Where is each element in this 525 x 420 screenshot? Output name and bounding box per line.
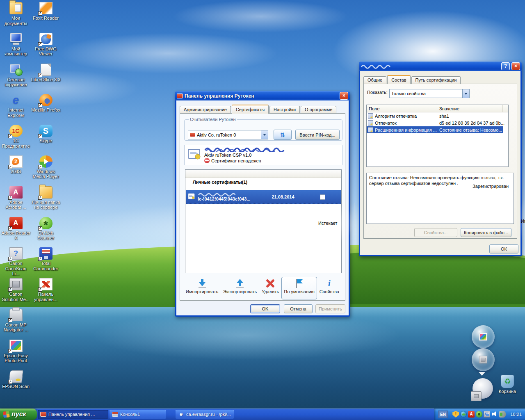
desktop-icon-internet-explorer[interactable]: Internet Explorer (1, 94, 31, 124)
desktop-icon-label: EPSON Scan (2, 384, 30, 389)
properties-table[interactable]: Поле Значение Алгоритм отпечатка sha1 От… (366, 105, 509, 167)
tab-administration[interactable]: Администрирование (180, 106, 231, 113)
windows-media-player-icon: ↗ (39, 155, 53, 168)
desktop-icon-canon-canoscan[interactable]: ↗Canon CanoScan Li... (1, 247, 31, 278)
column-header-field[interactable]: Поле (367, 105, 437, 112)
import-icon (197, 278, 208, 289)
tab-settings[interactable]: Настройки (269, 106, 300, 113)
field-value: Состояние отзыва: Невозмо... (437, 128, 503, 132)
desktop-icon-label: Личная папка на сервере (31, 200, 61, 210)
ok-button[interactable]: OK (250, 304, 280, 313)
desktop-icon-skype[interactable]: ↗Skype (31, 124, 61, 155)
desktop-icon-foxit-reader[interactable]: ↗Foxit Reader (31, 2, 61, 32)
desktop-icon-adobe-acrobat[interactable]: ↗Adobe Acrobat ... (1, 186, 31, 217)
desktop-icon-drweb-scanner[interactable]: ↗Dr.Web Scanner (31, 217, 61, 247)
drweb-icon[interactable] (476, 411, 482, 418)
certificate-tabs: Общие Состав Путь сертификации (363, 75, 461, 84)
ok-button[interactable]: ОК (489, 244, 518, 253)
desktop-icon-epson-easy-photo-print[interactable]: ↗Epson Easy Photo Print (1, 339, 31, 370)
taskbar-item-console[interactable]: Консоль1 (110, 410, 166, 419)
field-icon (368, 120, 373, 126)
certificate-info-panel: Aktiv ruToken CSP v1.0 Сертификат ненаде… (184, 145, 342, 165)
delete-button[interactable]: Удалить (259, 277, 281, 299)
desktop-icon-epson-scan[interactable]: ↗EPSON Scan (1, 370, 31, 401)
column-header-value[interactable]: Значение (437, 105, 503, 112)
desktop-icon-rutoken-panel-shortcut[interactable]: ↗Панель управлен... (31, 278, 61, 308)
desktop-icon-canon-solution-menu[interactable]: ↗Canon Solution Me... (1, 278, 31, 308)
recycle-bin[interactable]: ♻ Корзина (494, 375, 520, 394)
refresh-readers-button[interactable]: ⇅ (274, 130, 292, 140)
desktop-icon-mozilla-firefox[interactable]: ↗Mozilla Firefox (31, 94, 61, 124)
certificate-titlebar[interactable]: ? × (359, 62, 522, 71)
import-button[interactable]: Импортировать (183, 277, 221, 299)
desktop-icon-total-commander[interactable]: ↗Total Commander (31, 247, 61, 278)
default-button[interactable]: По умолчанию (281, 277, 317, 299)
certificate-row-icon (188, 193, 195, 201)
desktop-icon-windows-media-player[interactable]: ↗Windows Media Player (31, 155, 61, 186)
desktop-icon-canon-mp-navigator[interactable]: ↗Canon MP Navigator ... (1, 308, 31, 339)
tab-certification-path[interactable]: Путь сертификации (411, 76, 461, 84)
desktop-icon-adobe-reader-x[interactable]: ↗Adobe Reader X (1, 217, 31, 247)
dock-bubble-photo[interactable] (472, 325, 495, 348)
window-title: Панель управления Рутокен (185, 93, 338, 99)
rutoken-app-icon (40, 412, 46, 417)
enter-pin-button[interactable]: Ввести PIN-код... (295, 130, 340, 140)
security-alert-icon[interactable] (452, 411, 459, 418)
dock-chip-badge-icon[interactable] (471, 391, 482, 401)
close-button[interactable]: × (511, 62, 520, 70)
adobe-acrobat-icon: ↗ (9, 186, 23, 199)
apply-button[interactable]: Применить (315, 304, 345, 313)
desktop-icon-my-documents[interactable]: Мои документы (1, 2, 31, 32)
desktop-icon-libreoffice[interactable]: ↗LibreOffice 3.3 (31, 63, 61, 94)
dock-bubble-solution-menu[interactable] (472, 348, 495, 371)
tab-details[interactable]: Состав (387, 75, 410, 84)
certificates-list[interactable]: Имя Истекает Зарегистрирован Личные серт… (185, 169, 342, 273)
properties-button[interactable]: i Свойства (317, 277, 342, 299)
taskbar-clock[interactable]: 18:21 (510, 412, 522, 417)
registered-checkbox[interactable] (320, 194, 325, 200)
column-header-name[interactable]: Имя (518, 180, 525, 262)
desktop-icon-free-dwg-viewer[interactable]: ↗Free DWG Viewer (31, 32, 61, 63)
tab-general[interactable]: Общие (363, 76, 386, 84)
tab-certificates[interactable]: Сертификаты (232, 105, 269, 114)
dock-arrow-icon[interactable] (479, 372, 485, 376)
desktop-icon-label: Epson Easy Photo Print (1, 353, 31, 363)
help-button[interactable]: ? (501, 62, 510, 70)
certificate-row[interactable]: le-!0412!0445!043e!043... 21.08.2014 (186, 190, 341, 204)
show-select[interactable]: Только свойства (389, 89, 470, 98)
export-button[interactable]: Экспортировать (221, 277, 259, 299)
reader-select-dropdown[interactable] (261, 130, 268, 139)
column-header-expires[interactable]: Истекает (315, 203, 354, 244)
csp-name: Aktiv ruToken CSP v1.0 (204, 152, 285, 158)
adobe-pdf-icon[interactable] (468, 411, 475, 418)
tab-about[interactable]: О программе (301, 106, 336, 113)
desktop-icon-network-places[interactable]: Сетевое окружение (1, 63, 31, 94)
cancel-button[interactable]: Отмена (284, 304, 313, 313)
table-row-selected[interactable]: Расширенная информация ... Состояние отз… (367, 126, 503, 133)
my-computer-glyph (9, 33, 23, 45)
windows-update-icon[interactable] (460, 411, 467, 418)
rutoken-token-icon[interactable] (499, 411, 506, 418)
network-status-icon[interactable] (484, 411, 490, 418)
desktop-icon-2gis[interactable]: ↗2GIS (1, 155, 31, 186)
column-header-registered[interactable]: Зарегистрирован (469, 170, 514, 203)
internet-explorer-glyph (9, 94, 23, 106)
show-select-dropdown[interactable] (462, 89, 469, 98)
desktop-icon-my-computer[interactable]: Мой компьютер (1, 32, 31, 63)
shortcut-arrow-icon: ↗ (8, 380, 12, 384)
table-row[interactable]: Отпечаток d5 ed 12 80 39 2d 04 37 ad 0b.… (367, 119, 508, 126)
close-button[interactable]: × (340, 92, 348, 100)
start-button[interactable]: пуск (0, 409, 37, 420)
taskbar-item-ie[interactable]: e ca.evraasgr.ru - /pki/... (176, 410, 234, 419)
cloud (172, 0, 349, 33)
taskbar-item-rutoken-panel[interactable]: Панель управления ... (38, 410, 108, 419)
rutoken-titlebar[interactable]: Панель управления Рутокен × (175, 91, 350, 100)
properties-button[interactable]: Свойства... (414, 228, 457, 237)
volume-icon[interactable] (491, 411, 498, 418)
reader-select[interactable]: Aktiv Co. ruToken 0 (188, 130, 268, 139)
desktop-icon-personal-server-folder[interactable]: ↗Личная папка на сервере (31, 186, 61, 217)
copy-to-file-button[interactable]: Копировать в файл... (461, 228, 511, 237)
table-row[interactable]: Алгоритм отпечатка sha1 (367, 112, 508, 119)
language-indicator[interactable]: EN (438, 411, 448, 418)
desktop-icon-1c-enterprise[interactable]: ↗1С Предприятие (1, 124, 31, 155)
